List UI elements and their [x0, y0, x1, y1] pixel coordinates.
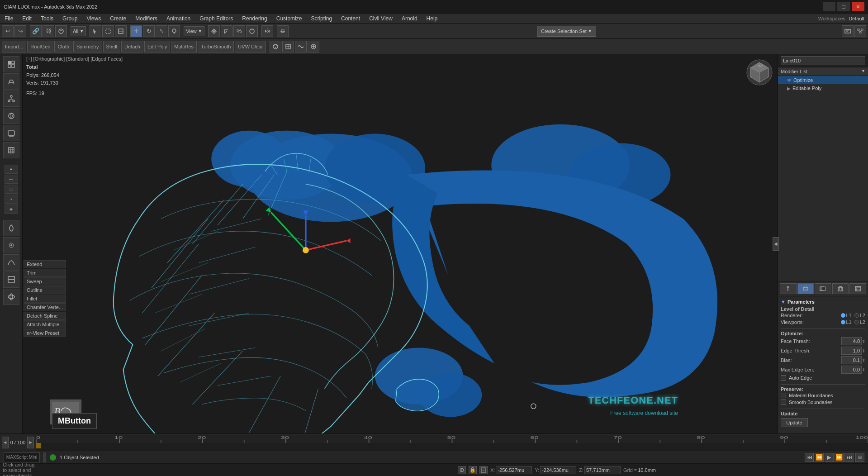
z-coord-input[interactable]	[584, 466, 621, 474]
play-button[interactable]: ▶	[825, 453, 834, 462]
motion-panel-button[interactable]	[3, 108, 19, 124]
select-rotate-button[interactable]: ↻	[143, 25, 155, 37]
tb2-btn8[interactable]: MultiRes	[171, 41, 197, 52]
link-button[interactable]: 🔗	[30, 25, 42, 37]
modify-panel-button[interactable]	[3, 73, 19, 90]
display-panel-button[interactable]	[3, 125, 19, 141]
filter-dropdown[interactable]: All ▼	[71, 26, 86, 36]
create-panel-button[interactable]	[3, 56, 19, 72]
renderer-l1-radio[interactable]	[841, 313, 845, 318]
menu-create[interactable]: Create	[105, 14, 131, 23]
menu-content[interactable]: Content	[337, 14, 365, 23]
border-subobj-button[interactable]: □	[5, 185, 18, 194]
pin-stack-button[interactable]	[780, 283, 797, 294]
prev-frame-button[interactable]: ⏪	[815, 453, 824, 462]
sweep-tool[interactable]: Sweep	[24, 277, 66, 286]
menu-modifiers[interactable]: Modifiers	[131, 14, 162, 23]
extend-tool[interactable]: Extend	[24, 260, 66, 268]
named-selection-button[interactable]	[842, 25, 854, 37]
auto-edge-checkbox[interactable]	[781, 375, 786, 381]
tb2-icon1[interactable]	[270, 41, 281, 52]
angle-snap-button[interactable]	[221, 25, 232, 37]
menu-animation[interactable]: Animation	[162, 14, 195, 23]
fillet-tool[interactable]: Fillet	[24, 295, 66, 303]
viewports-l1-option[interactable]: L1	[841, 319, 852, 325]
bias-input[interactable]	[841, 356, 862, 364]
edge-subobj-button[interactable]: —	[5, 175, 18, 184]
detach-spline-tool[interactable]: Detach Spline	[24, 312, 66, 320]
redo-button[interactable]: ↪	[14, 25, 26, 37]
tb2-btn1[interactable]: Import...	[2, 41, 26, 52]
smooth-boundaries-checkbox[interactable]	[781, 400, 786, 405]
modifier-editable-poly[interactable]: ▶ Editable Poly	[778, 84, 868, 92]
menu-file[interactable]: File	[0, 14, 18, 23]
soft-select-button[interactable]	[3, 254, 19, 271]
edge-thresh-spinner[interactable]: ⬍	[862, 348, 865, 353]
maxscript-mini[interactable]: MAXScript Mini	[4, 452, 40, 462]
renderer-l2-radio[interactable]	[854, 313, 859, 318]
hierarchy-panel-button[interactable]	[3, 90, 19, 107]
place-highlight-button[interactable]	[168, 25, 180, 37]
viewports-l2-radio[interactable]	[854, 320, 859, 324]
paint-deform-button[interactable]	[3, 220, 19, 236]
absolute-mode-icon[interactable]	[479, 466, 488, 474]
go-end-button[interactable]: ⏭	[844, 453, 854, 462]
undo-button[interactable]: ↩	[2, 25, 14, 37]
tb2-icon2[interactable]	[282, 41, 294, 52]
y-coord-input[interactable]	[540, 466, 576, 474]
select-scale-button[interactable]: ⤡	[156, 25, 167, 37]
tb2-btn4[interactable]: Symmetry	[73, 41, 102, 52]
select-by-color-icon[interactable]	[458, 466, 466, 474]
renderer-l1-option[interactable]: L1	[841, 313, 852, 318]
object-name-input[interactable]	[781, 56, 865, 65]
trim-tool[interactable]: Trim	[24, 269, 66, 277]
remove-modifier-button[interactable]	[832, 283, 849, 294]
window-crossing-button[interactable]	[115, 25, 127, 37]
tb2-btn3[interactable]: Cloth	[54, 41, 72, 52]
select-move-button[interactable]: ✛	[130, 25, 142, 37]
tb2-icon3[interactable]	[295, 41, 307, 52]
select-region-button[interactable]	[102, 25, 114, 37]
attach-multiple-tool[interactable]: Attach Multiple	[24, 320, 66, 328]
snap-toggle-button[interactable]	[208, 25, 220, 37]
chamfer-verts-tool[interactable]: Chamfer Verte...	[24, 303, 66, 311]
loop-tools-button[interactable]	[3, 289, 19, 305]
utilities-panel-button[interactable]	[3, 142, 19, 158]
viewports-l1-radio[interactable]	[841, 320, 845, 324]
swift-loop-button[interactable]	[3, 271, 19, 288]
poly-subobj-button[interactable]: ▪	[5, 195, 18, 204]
material-boundaries-checkbox[interactable]	[781, 393, 786, 398]
viewports-l2-option[interactable]: L2	[854, 319, 865, 325]
schematic-view-button[interactable]	[854, 25, 866, 37]
face-thresh-spinner[interactable]: ⬍	[862, 339, 865, 344]
timeline-prev-button[interactable]: ◄	[2, 437, 9, 448]
menu-tools[interactable]: Tools	[36, 14, 58, 23]
max-edge-len-input[interactable]	[841, 366, 862, 374]
configure-button[interactable]	[849, 283, 866, 294]
lock-icon[interactable]: 🔒	[469, 466, 477, 474]
show-result-button[interactable]	[797, 283, 814, 294]
menu-scripting[interactable]: Scripting	[306, 14, 337, 23]
view-preset-tool[interactable]: nr-View Preset	[24, 329, 66, 337]
tb2-btn7[interactable]: Edit Poly	[144, 41, 170, 52]
modifier-list-arrow-icon[interactable]: ▼	[861, 69, 865, 73]
menu-views[interactable]: Views	[82, 14, 105, 23]
x-coord-input[interactable]	[496, 466, 532, 474]
vertex-subobj-button[interactable]: ●	[5, 165, 18, 174]
select-object-button[interactable]	[90, 25, 101, 37]
timeline-next-button[interactable]: ►	[27, 437, 34, 448]
navigation-cube[interactable]: TOP	[746, 59, 773, 86]
menu-graph-editors[interactable]: Graph Editors	[195, 14, 237, 23]
next-frame-button[interactable]: ⏩	[835, 453, 844, 462]
tb2-btn9[interactable]: TurboSmooth	[198, 41, 234, 52]
view-dropdown[interactable]: View ▼	[184, 26, 204, 36]
create-selection-set-button[interactable]: Create Selection Set ▼	[537, 26, 596, 37]
tb2-btn2[interactable]: RoofGen	[27, 41, 53, 52]
percent-snap-button[interactable]: %	[233, 25, 245, 37]
tb2-btn10[interactable]: UVW Clear	[235, 41, 266, 52]
make-unique-button[interactable]	[815, 283, 831, 294]
maximize-button[interactable]: □	[837, 2, 850, 11]
menu-civil-view[interactable]: Civil View	[365, 14, 397, 23]
max-edge-len-spinner[interactable]: ⬍	[862, 367, 865, 372]
outline-tool[interactable]: Outline	[24, 286, 66, 294]
